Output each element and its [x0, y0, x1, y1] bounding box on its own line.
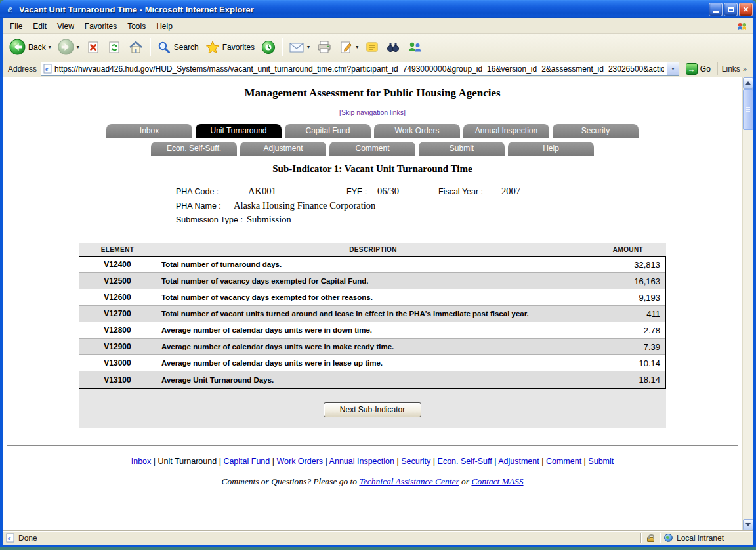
go-button[interactable]: → Go	[683, 63, 713, 75]
maximize-button[interactable]	[724, 3, 738, 16]
menu-item[interactable]: Help	[151, 20, 178, 33]
refresh-button[interactable]	[104, 39, 125, 56]
scroll-down-button[interactable]	[743, 519, 753, 530]
research-button[interactable]	[383, 39, 404, 56]
element-cell: V12400	[79, 257, 156, 272]
toolbar-separator	[282, 38, 283, 56]
forward-icon	[58, 39, 74, 55]
favorites-button[interactable]: Favorites	[202, 39, 258, 56]
secondary-tab-row: Econ. Self-Suff.AdjustmentCommentSubmitH…	[3, 142, 742, 156]
button-row: Next Sub-Indicator	[79, 402, 666, 417]
edit-dropdown-icon[interactable]: ▾	[356, 44, 358, 50]
footer-navigation: InboxUnit TurnaroundCapital FundWork Ord…	[3, 457, 742, 466]
mail-dropdown-icon[interactable]: ▾	[307, 44, 310, 50]
table-row: V12800 Average number of calendar days u…	[79, 322, 665, 339]
footer-nav-item: Adjustment	[498, 457, 546, 466]
close-button[interactable]: ✕	[739, 3, 753, 16]
footer-nav-link[interactable]: Adjustment	[498, 457, 539, 466]
secondary-tab[interactable]: Econ. Self-Suff.	[151, 142, 237, 156]
menu-item[interactable]: Tools	[122, 20, 151, 33]
primary-tab[interactable]: Security	[553, 124, 639, 138]
footer-nav-link[interactable]: Submit	[588, 457, 614, 466]
minimize-button[interactable]	[709, 3, 723, 16]
messenger-button[interactable]	[404, 39, 426, 56]
amount-cell: 2.78	[589, 322, 665, 338]
search-button[interactable]: Search	[154, 39, 202, 56]
pha-info-block: PHA Code : AK001 FYE : 06/30 Fiscal Year…	[79, 186, 666, 234]
primary-tab[interactable]: Work Orders	[374, 124, 460, 138]
edit-button[interactable]: ▾	[335, 39, 362, 56]
mail-button[interactable]: ▾	[285, 40, 313, 54]
go-arrow-icon: →	[686, 63, 698, 75]
favorites-label: Favorites	[222, 43, 255, 52]
footer-nav-link[interactable]: Annual Inspection	[329, 457, 394, 466]
back-dropdown-icon[interactable]: ▾	[49, 44, 51, 50]
forward-button[interactable]: ▾	[54, 37, 83, 56]
description-cell: Total number of vacancy days exempted fo…	[156, 273, 589, 289]
amount-cell: 16,163	[589, 273, 665, 289]
scrollbar-thumb[interactable]	[743, 89, 753, 130]
forward-dropdown-icon[interactable]: ▾	[77, 44, 79, 50]
footer-nav-link[interactable]: Econ. Self-Suff	[438, 457, 492, 466]
primary-tab[interactable]: Annual Inspection	[463, 124, 549, 138]
footer-nav-link[interactable]: Security	[401, 457, 430, 466]
globe-icon	[664, 534, 673, 542]
footer-nav-item: Inbox	[131, 457, 158, 466]
links-button[interactable]: Links »	[717, 62, 751, 75]
home-button[interactable]	[125, 39, 147, 56]
secondary-tab[interactable]: Submit	[419, 142, 505, 156]
technical-assistance-link[interactable]: Technical Assistance Center	[359, 476, 459, 486]
next-sub-indicator-button[interactable]: Next Sub-Indicator	[324, 402, 421, 417]
discuss-button[interactable]	[362, 39, 383, 56]
status-left-panel: e Done	[3, 531, 640, 545]
mail-icon	[289, 41, 304, 53]
footer-nav-link[interactable]: Inbox	[131, 457, 152, 466]
back-button[interactable]: Back ▾	[6, 37, 54, 56]
history-icon	[261, 40, 276, 54]
skip-navigation-link[interactable]: [Skip navigation links]	[339, 108, 406, 116]
scroll-up-icon	[746, 81, 751, 85]
search-label: Search	[174, 43, 199, 52]
menu-item[interactable]: Favorites	[79, 20, 122, 33]
footer-nav-link[interactable]: Capital Fund	[223, 457, 270, 466]
table-row: V12700 Total number of vacant units turn…	[79, 306, 665, 322]
primary-tab[interactable]: Inbox	[106, 124, 192, 138]
print-button[interactable]	[313, 39, 335, 56]
element-cell: V12500	[79, 273, 156, 289]
history-button[interactable]	[258, 39, 279, 56]
secondary-tab[interactable]: Help	[508, 142, 594, 156]
primary-tab[interactable]: Unit Turnaround	[196, 124, 282, 138]
address-input[interactable]: e https://hwvauad426.hud.gov/HUD_Systems…	[41, 62, 679, 76]
amount-cell: 9,193	[589, 289, 665, 305]
home-icon	[128, 40, 144, 54]
menu-item[interactable]: File	[5, 20, 28, 33]
primary-tab[interactable]: Capital Fund	[285, 124, 371, 138]
page-icon: e	[43, 64, 52, 74]
amount-column-header: AMOUNT	[590, 246, 666, 253]
ie-logo-icon: e	[5, 3, 15, 15]
address-url[interactable]: https://hwvauad426.hud.gov/HUD_Systems/m…	[54, 64, 664, 74]
contact-mass-link[interactable]: Contact MASS	[471, 476, 523, 486]
footer-nav-item: Capital Fund	[223, 457, 276, 466]
toolbar: Back ▾ ▾	[3, 34, 753, 60]
scroll-up-button[interactable]	[743, 77, 753, 89]
footer-nav-item: Unit Turnaround	[158, 457, 224, 466]
stop-button[interactable]	[83, 39, 104, 56]
vertical-scrollbar[interactable]	[742, 77, 753, 530]
footer-nav-link[interactable]: Work Orders	[276, 457, 323, 466]
secondary-tab[interactable]: Comment	[329, 142, 415, 156]
footer-nav-link[interactable]: Comment	[546, 457, 581, 466]
table-row: V13000 Average number of calendar days u…	[79, 355, 665, 371]
menu-item[interactable]: Edit	[28, 20, 52, 33]
address-dropdown-icon[interactable]: ▼	[667, 62, 679, 75]
description-cell: Total number of vacant units turned arou…	[156, 306, 589, 322]
fye-value: 06/30	[377, 186, 399, 197]
fiscal-year-label: Fiscal Year :	[438, 187, 483, 196]
print-icon	[316, 40, 332, 54]
pha-code-label: PHA Code :	[176, 187, 219, 196]
secondary-tab[interactable]: Adjustment	[240, 142, 326, 156]
menu-item[interactable]: View	[52, 20, 79, 33]
scrollbar-track[interactable]	[743, 89, 753, 519]
table-row: V12500 Total number of vacancy days exem…	[79, 273, 665, 289]
footer-note-or: or	[459, 476, 472, 486]
